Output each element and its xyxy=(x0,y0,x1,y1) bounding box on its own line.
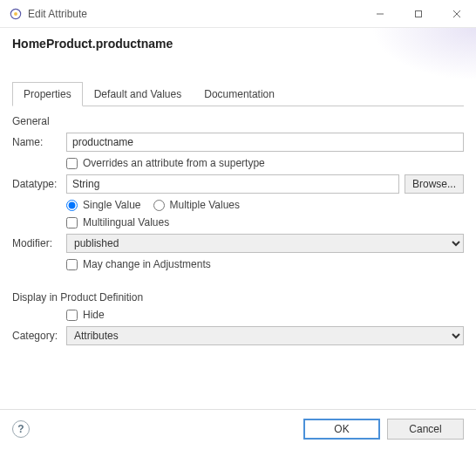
single-value-radio[interactable] xyxy=(66,200,78,211)
category-label: Category: xyxy=(12,330,66,342)
multilingual-checkbox-wrap[interactable]: Multilingual Values xyxy=(66,216,169,228)
svg-rect-3 xyxy=(416,10,422,17)
name-label: Name: xyxy=(12,136,66,148)
hide-checkbox[interactable] xyxy=(66,310,78,321)
help-icon[interactable]: ? xyxy=(12,420,30,438)
properties-form: General Name: Overrides an attribute fro… xyxy=(12,106,464,358)
dialog-footer: ? OK Cancel xyxy=(0,409,476,450)
multiple-values-label: Multiple Values xyxy=(170,199,240,211)
single-value-radio-wrap[interactable]: Single Value xyxy=(66,199,141,211)
titlebar: Edit Attribute xyxy=(0,0,476,28)
cancel-button[interactable]: Cancel xyxy=(387,419,464,440)
multilingual-label: Multilingual Values xyxy=(83,216,169,228)
general-section-label: General xyxy=(12,115,464,127)
multilingual-checkbox[interactable] xyxy=(66,217,78,228)
browse-button[interactable]: Browse... xyxy=(405,174,464,194)
may-change-checkbox-wrap[interactable]: May change in Adjustments xyxy=(66,258,211,270)
single-value-label: Single Value xyxy=(83,199,141,211)
display-section-label: Display in Product Definition xyxy=(12,291,464,303)
name-input[interactable] xyxy=(66,133,464,152)
multiple-values-radio[interactable] xyxy=(153,200,165,211)
overrides-checkbox[interactable] xyxy=(66,158,78,169)
tab-documentation[interactable]: Documentation xyxy=(193,82,286,106)
modifier-select[interactable]: published xyxy=(66,234,464,253)
dialog-header: HomeProduct.productname xyxy=(0,28,476,58)
app-icon xyxy=(9,7,23,21)
close-button[interactable] xyxy=(438,0,476,28)
overrides-checkbox-wrap[interactable]: Overrides an attribute from a supertype xyxy=(66,157,265,169)
hide-label: Hide xyxy=(83,309,105,321)
hide-checkbox-wrap[interactable]: Hide xyxy=(66,309,105,321)
minimize-button[interactable] xyxy=(361,0,399,28)
may-change-checkbox[interactable] xyxy=(66,259,78,270)
modifier-label: Modifier: xyxy=(12,237,66,249)
datatype-input[interactable] xyxy=(66,174,399,194)
tab-default-values[interactable]: Default and Values xyxy=(83,82,194,106)
maximize-button[interactable] xyxy=(399,0,438,28)
window-title: Edit Attribute xyxy=(28,8,87,20)
datatype-label: Datatype: xyxy=(12,178,66,190)
svg-point-1 xyxy=(14,12,17,16)
may-change-label: May change in Adjustments xyxy=(83,258,211,270)
window-controls xyxy=(361,0,476,27)
category-select[interactable]: Attributes xyxy=(66,326,464,345)
tab-bar: Properties Default and Values Documentat… xyxy=(12,82,464,106)
tab-properties[interactable]: Properties xyxy=(12,82,83,106)
ok-button[interactable]: OK xyxy=(303,419,380,440)
page-title: HomeProduct.productname xyxy=(12,37,464,51)
multiple-values-radio-wrap[interactable]: Multiple Values xyxy=(153,199,240,211)
overrides-label: Overrides an attribute from a supertype xyxy=(83,157,265,169)
